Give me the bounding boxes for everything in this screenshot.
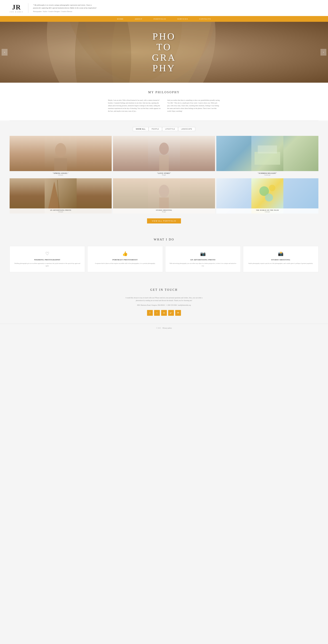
- footer-privacy-link[interactable]: Privacy policy: [163, 327, 172, 329]
- portfolio-image-svg-3: [216, 136, 319, 171]
- heart-icon: ♡: [13, 251, 82, 256]
- philosophy-content: Maybe, I am an artist. With a blood inst…: [108, 99, 220, 112]
- social-facebook-icon[interactable]: f: [147, 310, 153, 316]
- footer-copyright: © 2015: [156, 327, 161, 329]
- social-googleplus-icon[interactable]: g+: [168, 310, 174, 316]
- portfolio-item-5[interactable]: STUDIO SHOOTING People: [113, 178, 215, 214]
- portfolio-caption-1: "SPRING ANGEL" Lifestyle: [9, 171, 112, 177]
- service-desc-wedding: Wedding photographs give an excellent op…: [13, 262, 82, 267]
- portfolio-item-2[interactable]: "LOVE STORY" People: [113, 136, 215, 177]
- portfolio-image-2: [113, 136, 215, 171]
- service-card-studio: 📸 STUDIO SHOOTING Studio photography req…: [243, 246, 319, 272]
- service-title-wedding: WEDDING PHOTOGRAPHY: [13, 259, 82, 261]
- portfolio-item-1[interactable]: "SPRING ANGEL" Lifestyle: [9, 136, 112, 177]
- portfolio-image-svg-2: [113, 136, 215, 171]
- service-card-portrait: 👍 PORTRAIT PHOTOSHOOT A separate kind of…: [87, 246, 163, 272]
- service-title-studio: STUDIO SHOOTING: [246, 259, 315, 261]
- svg-point-23: [265, 194, 273, 202]
- filter-show-all[interactable]: SHOW ALL: [133, 127, 149, 131]
- contact-title: GET IN TOUCH: [9, 288, 319, 292]
- services-grid: ♡ WEDDING PHOTOGRAPHY Wedding photograph…: [9, 246, 319, 272]
- portfolio-item-6[interactable]: THE WORLD ON THE PALM Lifestyle: [216, 178, 319, 214]
- portfolio-sub-3: Landscape: [218, 174, 317, 176]
- portfolio-image-3: [216, 136, 319, 171]
- svg-rect-10: [159, 155, 169, 171]
- portfolio-image-svg-5: [113, 178, 215, 214]
- nav-home[interactable]: HOME: [112, 16, 129, 22]
- svg-point-22: [269, 185, 275, 191]
- nav-portfolio[interactable]: PORTFOLIO: [148, 16, 172, 22]
- portfolio-title-2: "LOVE STORY": [115, 172, 213, 174]
- hero-text-line3: GRA: [152, 52, 176, 63]
- nav-about[interactable]: ABOUT: [129, 16, 148, 22]
- portfolio-image-svg-1: [9, 136, 112, 171]
- portfolio-item-4[interactable]: AN ADVERTISING PHOTO Lifestyle: [9, 178, 112, 214]
- social-email-icon[interactable]: ✉: [175, 310, 181, 316]
- portfolio-image-svg-6: [216, 178, 319, 214]
- svg-point-6: [55, 143, 66, 158]
- filter-buttons: SHOW ALL PEOPLE LIFESTYLE LANDSCAPE: [9, 127, 319, 131]
- contact-section: GET IN TOUCH I would like always to stay…: [0, 280, 328, 324]
- logo: JR JON RAMES: [9, 3, 23, 13]
- service-card-advertising: 📷 AN ADVERTISING PHOTO With advertising …: [165, 246, 241, 272]
- service-desc-advertising: With advertising photography you can ref…: [169, 262, 237, 267]
- hero-prev-button[interactable]: ‹: [1, 49, 7, 56]
- portfolio-grid: "SPRING ANGEL" Lifestyle "LOVE STORY" Pe…: [9, 136, 319, 214]
- hero-text: PHO TO GRA PHY: [152, 31, 176, 73]
- logo-initials: JR: [12, 3, 21, 11]
- svg-rect-13: [258, 146, 277, 154]
- header-roles: Photographer / Stylist / Creative Design…: [33, 10, 319, 12]
- portfolio-overlay-caption-6: THE WORLD ON THE PALM Lifestyle: [216, 208, 319, 214]
- service-desc-portrait: A separate kind of photo art that requir…: [91, 262, 159, 265]
- contact-text: I would like always to stay in touch wit…: [124, 296, 204, 302]
- filter-landscape[interactable]: LANDSCAPE: [178, 127, 195, 131]
- portfolio-image-6: THE WORLD ON THE PALM Lifestyle: [216, 178, 319, 214]
- social-instagram-icon[interactable]: in: [161, 310, 167, 316]
- social-icons: f t in g+ ✉: [9, 310, 319, 316]
- philosophy-section: MY PHILOSOPHY Maybe, I am an artist. Wit…: [0, 83, 328, 120]
- service-title-portrait: PORTRAIT PHOTOSHOOT: [91, 259, 159, 261]
- thumbsup-icon: 👍: [91, 251, 159, 256]
- main-nav: HOME ABOUT PORTFOLIO SERVICES CONTACTS: [0, 16, 328, 22]
- portfolio-overlay-caption-4: AN ADVERTISING PHOTO Lifestyle: [9, 208, 112, 214]
- portfolio-sub-4: Lifestyle: [11, 211, 110, 212]
- header-quote: * My philosophy is to reveal a unique ph…: [33, 4, 97, 9]
- hero-section: ‹ PHO TO GRA PHY ›: [0, 22, 328, 83]
- service-card-wedding: ♡ WEDDING PHOTOGRAPHY Wedding photograph…: [9, 246, 85, 272]
- camera2-icon: 📸: [246, 251, 315, 256]
- portfolio-title-5: STUDIO SHOOTING: [115, 210, 213, 211]
- filter-people[interactable]: PEOPLE: [149, 127, 162, 131]
- portfolio-sub-6: Lifestyle: [218, 211, 317, 212]
- contact-address: 8901 Marmora Road, Glasgow, D04 89GR / +…: [9, 304, 319, 306]
- service-desc-studio: Studio photography requires special art …: [246, 262, 315, 265]
- hero-next-button[interactable]: ›: [321, 49, 327, 56]
- services-section: WHAT I DO ♡ WEDDING PHOTOGRAPHY Wedding …: [0, 230, 328, 280]
- portfolio-sub-2: People: [115, 174, 213, 176]
- social-twitter-icon[interactable]: t: [154, 310, 160, 316]
- philosophy-col-1: Maybe, I am an artist. With a blood inst…: [108, 99, 161, 112]
- portfolio-title-3: "SUMMER DELIGHT": [218, 172, 317, 174]
- portfolio-title-6: THE WORLD ON THE PALM: [218, 210, 317, 211]
- service-title-advertising: AN ADVERTISING PHOTO: [169, 259, 237, 261]
- services-title: WHAT I DO: [9, 238, 319, 241]
- view-all-portfolio-button[interactable]: VIEW ALL PORTFOLIO: [147, 218, 181, 224]
- portfolio-title-4: AN ADVERTISING PHOTO: [11, 210, 110, 211]
- camera-icon: 📷: [169, 251, 237, 256]
- footer-text: © 2015 Privacy policy: [3, 327, 325, 329]
- filter-lifestyle[interactable]: LIFESTYLE: [162, 127, 178, 131]
- nav-contacts[interactable]: CONTACTS: [194, 16, 216, 22]
- nav-services[interactable]: SERVICES: [172, 16, 194, 22]
- portfolio-item-3[interactable]: "SUMMER DELIGHT" Landscape: [216, 136, 319, 177]
- portfolio-section: SHOW ALL PEOPLE LIFESTYLE LANDSCAPE "SPR…: [0, 121, 328, 230]
- portfolio-image-svg-4: [9, 178, 112, 214]
- svg-point-9: [159, 142, 169, 155]
- portfolio-image-5: STUDIO SHOOTING People: [113, 178, 215, 214]
- hero-text-line4: PHY: [152, 63, 176, 73]
- header: JR JON RAMES * My philosophy is to revea…: [0, 0, 328, 16]
- philosophy-title: MY PHILOSOPHY: [9, 91, 319, 94]
- logo-name: JON RAMES: [9, 11, 23, 13]
- portfolio-title-1: "SPRING ANGEL": [11, 172, 110, 174]
- portfolio-sub-5: People: [115, 211, 213, 212]
- portfolio-image-1: [9, 136, 112, 171]
- portfolio-image-4: AN ADVERTISING PHOTO Lifestyle: [9, 178, 112, 214]
